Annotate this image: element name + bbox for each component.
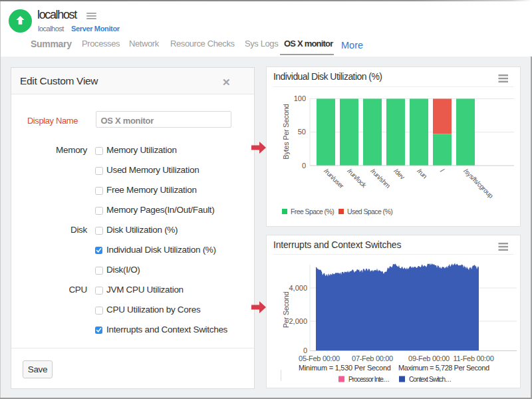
svg-text:11-Feb 00:00: 11-Feb 00:00 — [453, 354, 493, 362]
svg-text:Interrupts and Context Switche: Interrupts and Context Switches — [273, 239, 401, 250]
svg-text:Free Space (%): Free Space (%) — [291, 207, 334, 215]
svg-text:Individual Disk Utilization (%: Individual Disk Utilization (%) — [273, 71, 382, 82]
svg-text:Bytes Per Second: Bytes Per Second — [282, 104, 290, 159]
svg-text:4,000: 4,000 — [289, 284, 307, 292]
svg-text:Context Switch…: Context Switch… — [409, 376, 451, 383]
svg-text:09-Feb 00:00: 09-Feb 00:00 — [408, 354, 450, 362]
svg-text:Maximum = 5,728 Per Second: Maximum = 5,728 Per Second — [398, 364, 489, 372]
svg-text:Used Space (%): Used Space (%) — [347, 207, 392, 215]
svg-text:100: 100 — [294, 94, 306, 102]
svg-text:07-Feb 00:00: 07-Feb 00:00 — [352, 354, 393, 362]
svg-text:Processor Inte…: Processor Inte… — [348, 376, 389, 383]
svg-text:50: 50 — [298, 128, 306, 136]
svg-text:0: 0 — [303, 346, 307, 354]
svg-text:Minimum = 1,530 Per Second: Minimum = 1,530 Per Second — [299, 364, 391, 372]
svg-text:0: 0 — [302, 162, 306, 170]
svg-text:05-Feb 00:00: 05-Feb 00:00 — [299, 354, 340, 362]
svg-text:2,000: 2,000 — [289, 317, 307, 325]
